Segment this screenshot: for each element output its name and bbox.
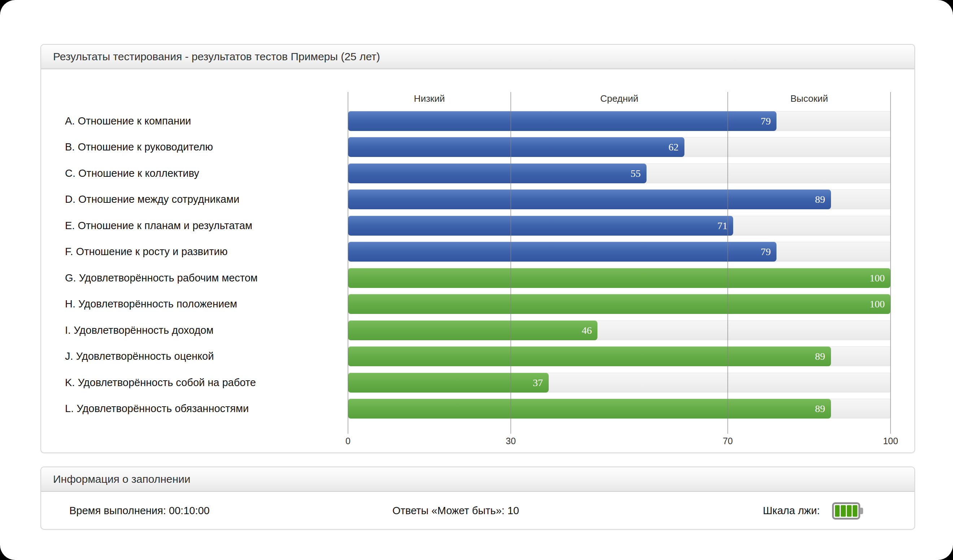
bar-value-label: 71 bbox=[717, 216, 733, 236]
value-bar: 71 bbox=[348, 216, 733, 236]
bar-track: 79 bbox=[348, 111, 891, 131]
test-results-header: Результаты тестирования - результатов те… bbox=[41, 45, 914, 69]
value-bar: 89 bbox=[348, 399, 831, 419]
test-results-panel: Результаты тестирования - результатов те… bbox=[40, 44, 915, 453]
execution-time: Время выполнения: 00:10:00 bbox=[69, 505, 210, 517]
bar-value-label: 89 bbox=[815, 346, 831, 366]
category-label: D. Отношение между сотрудниками bbox=[41, 193, 348, 205]
bar-track: 62 bbox=[348, 137, 891, 157]
category-label: F. Отношение к росту и развитию bbox=[41, 246, 348, 258]
fill-info-body: Время выполнения: 00:10:00 Ответы «Может… bbox=[41, 492, 914, 530]
bar-track: 89 bbox=[348, 189, 891, 209]
zone-label: Низкий bbox=[414, 93, 445, 104]
zone-label: Средний bbox=[600, 93, 639, 104]
value-bar: 89 bbox=[348, 189, 831, 209]
zone-label: Высокий bbox=[790, 93, 828, 104]
x-tick-label: 100 bbox=[883, 436, 898, 446]
report-page: Результаты тестирования - результатов те… bbox=[0, 0, 953, 560]
bar-value-label: 62 bbox=[669, 137, 684, 157]
bar-track: 46 bbox=[348, 320, 891, 340]
bar-chart: A. Отношение к компании 79 B. Отношение … bbox=[41, 69, 914, 454]
chart-row: J. Удовлетворённость оценкой 89 bbox=[41, 346, 914, 366]
category-label: K. Удовлетворённость собой на работе bbox=[41, 377, 348, 389]
fill-info-title: Информация о заполнении bbox=[53, 473, 191, 485]
bar-track: 71 bbox=[348, 216, 891, 236]
maybe-answers: Ответы «Может быть»: 10 bbox=[393, 505, 519, 517]
bar-value-label: 100 bbox=[870, 268, 891, 288]
category-label: G. Удовлетворённость рабочим местом bbox=[41, 272, 348, 284]
bar-value-label: 89 bbox=[815, 399, 831, 419]
category-label: C. Отношение к коллективу bbox=[41, 168, 348, 179]
bar-track: 37 bbox=[348, 373, 891, 392]
bar-value-label: 89 bbox=[815, 189, 831, 209]
battery-segment bbox=[841, 505, 846, 517]
chart-row: A. Отношение к компании 79 bbox=[41, 111, 914, 131]
fill-info-header: Информация о заполнении bbox=[41, 467, 914, 492]
chart-row: G. Удовлетворённость рабочим местом 100 bbox=[41, 268, 914, 288]
bar-value-label: 37 bbox=[533, 373, 549, 392]
bar-track: 55 bbox=[348, 163, 891, 183]
chart-row: K. Удовлетворённость собой на работе 37 bbox=[41, 373, 914, 392]
lie-scale-label: Шкала лжи: bbox=[763, 505, 820, 517]
bar-track: 100 bbox=[348, 268, 891, 288]
bar-value-label: 79 bbox=[761, 111, 776, 131]
value-bar: 37 bbox=[348, 373, 549, 392]
battery-segment bbox=[835, 505, 840, 517]
battery-icon bbox=[832, 502, 860, 520]
bar-track: 100 bbox=[348, 294, 891, 314]
value-bar: 46 bbox=[348, 320, 598, 340]
battery-segment bbox=[847, 505, 852, 517]
category-label: H. Удовлетворённость положением bbox=[41, 298, 348, 310]
chart-row: H. Удовлетворённость положением 100 bbox=[41, 294, 914, 314]
chart-row: C. Отношение к коллективу 55 bbox=[41, 163, 914, 183]
x-tick-label: 30 bbox=[506, 436, 516, 446]
chart-row: I. Удовлетворённость доходом 46 bbox=[41, 320, 914, 340]
category-label: A. Отношение к компании bbox=[41, 115, 348, 127]
chart-row: B. Отношение к руководителю 62 bbox=[41, 137, 914, 157]
bar-value-label: 79 bbox=[761, 242, 776, 262]
value-bar: 100 bbox=[348, 294, 891, 314]
category-label: J. Удовлетворённость оценкой bbox=[41, 351, 348, 362]
chart-row: E. Отношение к планам и результатам 71 bbox=[41, 216, 914, 236]
category-label: E. Отношение к планам и результатам bbox=[41, 220, 348, 232]
bar-value-label: 46 bbox=[582, 320, 598, 340]
chart-row: L. Удовлетворённость обязанностями 89 bbox=[41, 399, 914, 419]
battery-segment bbox=[853, 505, 857, 517]
x-tick-label: 0 bbox=[346, 436, 351, 446]
category-label: B. Отношение к руководителю bbox=[41, 141, 348, 153]
bar-track: 89 bbox=[348, 346, 891, 366]
fill-info-panel: Информация о заполнении Время выполнения… bbox=[40, 467, 915, 530]
value-bar: 100 bbox=[348, 268, 891, 288]
lie-scale: Шкала лжи: bbox=[763, 502, 860, 520]
bar-track: 79 bbox=[348, 242, 891, 262]
value-bar: 62 bbox=[348, 137, 684, 157]
chart-row: D. Отношение между сотрудниками 89 bbox=[41, 189, 914, 209]
x-tick-label: 70 bbox=[723, 436, 733, 446]
value-bar: 79 bbox=[348, 242, 776, 262]
bar-value-label: 100 bbox=[870, 294, 891, 314]
test-results-title: Результаты тестирования - результатов те… bbox=[53, 51, 380, 63]
chart-row: F. Отношение к росту и развитию 79 bbox=[41, 242, 914, 262]
value-bar: 79 bbox=[348, 111, 776, 131]
category-label: I. Удовлетворённость доходом bbox=[41, 324, 348, 336]
bar-value-label: 55 bbox=[631, 163, 647, 183]
bar-track: 89 bbox=[348, 399, 891, 419]
category-label: L. Удовлетворённость обязанностями bbox=[41, 403, 348, 414]
value-bar: 55 bbox=[348, 163, 647, 183]
value-bar: 89 bbox=[348, 346, 831, 366]
